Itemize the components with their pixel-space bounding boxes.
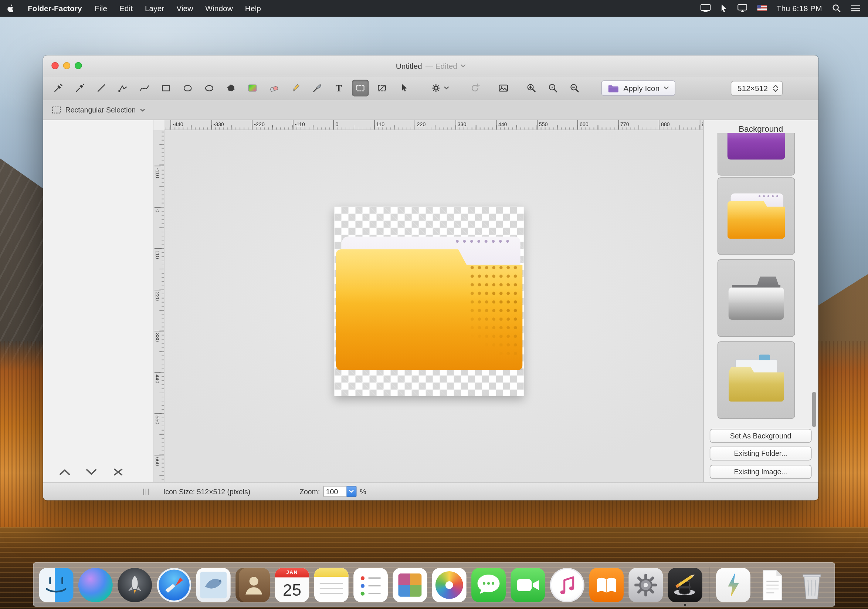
layers-panel[interactable] bbox=[43, 120, 153, 482]
zoom-input[interactable] bbox=[323, 486, 346, 497]
pointer-device-icon[interactable] bbox=[721, 4, 727, 12]
layer-move-down-button[interactable] bbox=[84, 466, 99, 478]
panel-resize-grip[interactable] bbox=[143, 489, 149, 495]
menu-item[interactable]: View bbox=[170, 4, 199, 12]
rotate-button[interactable] bbox=[467, 80, 483, 96]
minimize-button[interactable] bbox=[63, 62, 70, 69]
running-indicator bbox=[684, 604, 686, 606]
system-preferences-dock-icon[interactable] bbox=[628, 568, 663, 602]
brush-tool[interactable] bbox=[71, 80, 88, 96]
lightning-app-dock-icon[interactable] bbox=[716, 568, 750, 602]
set-as-background-button[interactable]: Set As Background bbox=[710, 429, 812, 443]
messages-dock-icon[interactable] bbox=[471, 568, 506, 602]
safari-dock-icon[interactable] bbox=[157, 568, 192, 602]
contacts-dock-icon[interactable] bbox=[236, 568, 270, 602]
siri-dock-icon[interactable] bbox=[78, 568, 113, 602]
polyline-tool[interactable] bbox=[115, 80, 131, 96]
rounded-rectangle-tool[interactable] bbox=[179, 80, 196, 96]
ibooks-dock-icon[interactable] bbox=[589, 568, 624, 602]
notification-center-icon[interactable] bbox=[851, 5, 860, 11]
app-menu-title[interactable]: Folder-Factory bbox=[21, 4, 89, 12]
ellipse-tool[interactable] bbox=[201, 80, 218, 96]
apple-menu[interactable] bbox=[0, 0, 21, 16]
eyedropper-tool[interactable] bbox=[50, 80, 67, 96]
finder-dock-icon[interactable] bbox=[39, 568, 74, 602]
existing-image-button[interactable]: Existing Image... bbox=[710, 465, 812, 478]
ruler-tick-label: 440 bbox=[155, 372, 160, 383]
zoom-out-button[interactable] bbox=[566, 80, 583, 96]
tool-options-button[interactable] bbox=[428, 80, 452, 96]
toolbar: T bbox=[43, 76, 818, 100]
facetime-dock-icon[interactable] bbox=[510, 568, 545, 602]
thumbnail-gray-folder[interactable] bbox=[718, 259, 795, 337]
calendar-dock-icon[interactable]: JAN 25 bbox=[275, 568, 309, 602]
photo-library-dock-icon[interactable] bbox=[392, 568, 427, 602]
traffic-lights bbox=[51, 56, 82, 76]
polygon-tool[interactable] bbox=[223, 80, 239, 96]
existing-folder-button[interactable]: Existing Folder... bbox=[710, 447, 812, 460]
menu-bar: Folder-Factory FileEditLayerViewWindowHe… bbox=[0, 0, 868, 17]
close-button[interactable] bbox=[51, 62, 59, 69]
chevron-down-icon[interactable] bbox=[140, 109, 145, 112]
eraser-tool[interactable] bbox=[266, 80, 282, 96]
masked-selection-tool[interactable] bbox=[374, 80, 391, 96]
menu-item[interactable]: Layer bbox=[139, 4, 170, 12]
spotlight-search-icon[interactable] bbox=[832, 4, 841, 12]
gray-folder-icon bbox=[727, 275, 785, 321]
mail-dock-icon[interactable] bbox=[196, 568, 231, 602]
menu-item[interactable]: Edit bbox=[113, 4, 139, 12]
notes-dock-icon[interactable] bbox=[314, 568, 349, 602]
curve-tool[interactable] bbox=[136, 80, 153, 96]
photos-dock-icon[interactable] bbox=[432, 568, 467, 602]
thumbnail-yellow-folder[interactable] bbox=[718, 177, 795, 255]
trash-dock-icon[interactable] bbox=[795, 568, 829, 602]
move-tool[interactable] bbox=[395, 80, 412, 96]
launchpad-dock-icon[interactable] bbox=[118, 568, 152, 602]
screen-mirroring-icon[interactable] bbox=[700, 4, 710, 12]
folder-factory-dock-icon[interactable] bbox=[668, 568, 702, 602]
menu-item[interactable]: Help bbox=[239, 4, 267, 12]
zoom-in-button[interactable] bbox=[523, 80, 540, 96]
ruler-tick-label: 440 bbox=[496, 120, 537, 129]
color-gradient-swatch[interactable] bbox=[244, 80, 260, 96]
knife-tool[interactable] bbox=[309, 80, 326, 96]
icon-artwork[interactable] bbox=[334, 207, 524, 396]
title-proxy-chevron-icon[interactable] bbox=[460, 64, 465, 67]
zoom-actual-size-button[interactable] bbox=[545, 80, 561, 96]
selection-mode-bar: Rectangular Selection bbox=[43, 100, 818, 120]
menu-bar-left: Folder-Factory FileEditLayerViewWindowHe… bbox=[0, 0, 267, 16]
canvas[interactable] bbox=[165, 130, 703, 482]
folder-front-panel bbox=[336, 249, 523, 370]
purple-folder-icon bbox=[608, 84, 619, 92]
document-dock-icon[interactable] bbox=[755, 568, 790, 602]
zoom-window-button[interactable] bbox=[75, 62, 82, 69]
layer-move-up-button[interactable] bbox=[58, 466, 72, 478]
text-tool[interactable]: T bbox=[330, 80, 347, 96]
dock-separator bbox=[709, 567, 710, 601]
itunes-dock-icon[interactable] bbox=[550, 568, 584, 602]
rectangle-tool[interactable] bbox=[158, 80, 175, 96]
menu-bar-clock[interactable]: Thu 6:18 PM bbox=[776, 4, 822, 12]
panel-scrollbar[interactable] bbox=[812, 392, 816, 427]
apply-icon-button[interactable]: Apply Icon bbox=[601, 80, 676, 96]
line-tool[interactable] bbox=[93, 80, 110, 96]
layer-delete-button[interactable] bbox=[111, 466, 125, 478]
thumbnail-purple-folder[interactable] bbox=[718, 133, 795, 176]
rectangular-selection-tool[interactable] bbox=[352, 80, 369, 96]
chevron-down-icon bbox=[444, 87, 449, 90]
thumbnail-manila-folder[interactable] bbox=[718, 341, 795, 419]
zoom-label: Zoom: bbox=[299, 487, 320, 496]
reminders-dock-icon[interactable] bbox=[353, 568, 388, 602]
zoom-dropdown-button[interactable] bbox=[346, 486, 356, 497]
ruler-tick-label: 550 bbox=[155, 413, 160, 424]
ruler-tick-label: 660 bbox=[577, 120, 618, 129]
export-image-button[interactable] bbox=[495, 80, 512, 96]
menu-item[interactable]: File bbox=[89, 4, 113, 12]
us-flag-input-source-icon[interactable] bbox=[757, 5, 766, 11]
pencil-tool[interactable] bbox=[287, 80, 304, 96]
icon-size-stepper[interactable]: 512×512 bbox=[731, 81, 783, 95]
display-icon[interactable] bbox=[737, 4, 747, 12]
menu-item[interactable]: Window bbox=[199, 4, 239, 12]
ruler-tick-label: -110 bbox=[292, 120, 333, 129]
title-bar[interactable]: Untitled — Edited bbox=[43, 56, 818, 76]
